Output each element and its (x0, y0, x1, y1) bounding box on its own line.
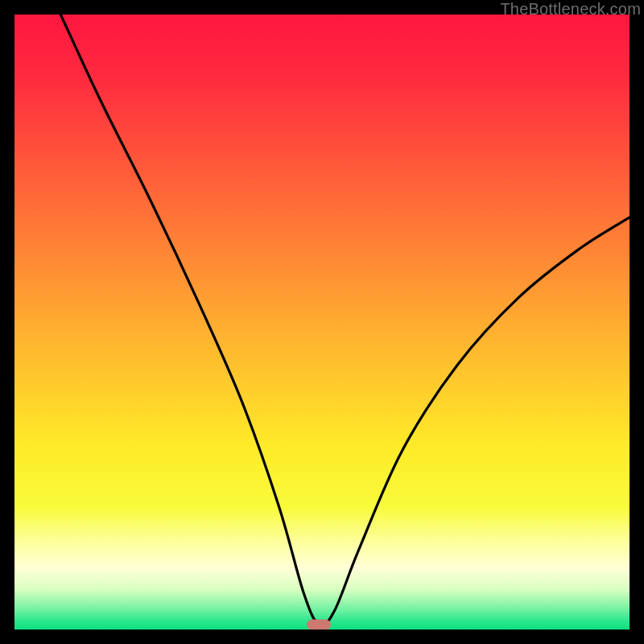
plot-area (14, 14, 630, 630)
watermark-text: TheBottleneck.com (500, 0, 641, 19)
bottleneck-curve (14, 14, 630, 630)
chart-frame: TheBottleneck.com (0, 0, 644, 644)
optimum-marker (307, 619, 331, 630)
